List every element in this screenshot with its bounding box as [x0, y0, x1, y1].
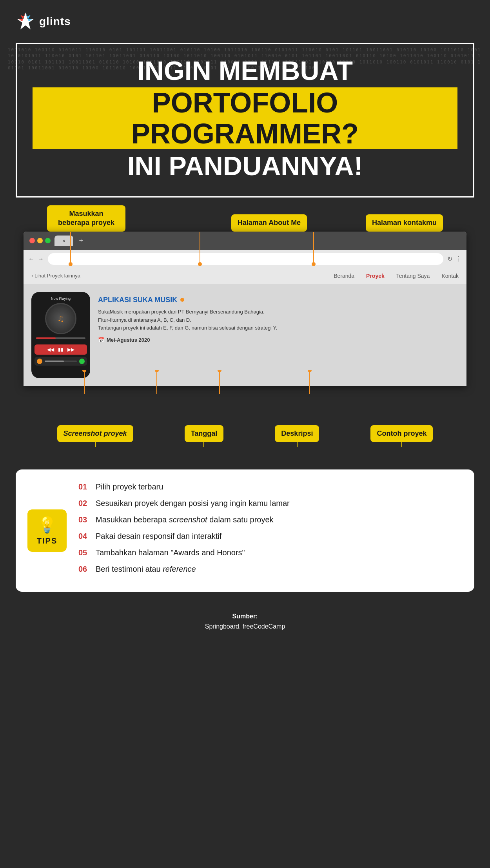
phone-dot-orange — [37, 359, 42, 364]
tips-section: 💡 TIPS 01 Pilih proyek terbaru 02 Sesuai… — [16, 469, 474, 592]
tips-text-5: Tambahkan halaman "Awards and Honors" — [96, 547, 245, 558]
logo-text: glints — [39, 15, 71, 28]
tips-num-5: 05 — [78, 547, 90, 558]
tab-close-icon[interactable]: × — [62, 238, 65, 244]
nav-beranda[interactable]: Beranda — [334, 273, 354, 279]
site-nav: ‹ Lihat Proyek lainnya Beranda Proyek Te… — [24, 268, 466, 284]
tips-num-4: 04 — [78, 531, 90, 542]
nav-kontak[interactable]: Kontak — [441, 273, 459, 279]
nav-proyek[interactable]: Proyek — [366, 273, 385, 279]
site-nav-links: Beranda Proyek Tentang Saya Kontak — [334, 273, 459, 279]
browser-section: Masukkan beberapa proyek Halaman About M… — [0, 205, 490, 446]
tips-badge: 💡 TIPS — [27, 509, 67, 552]
phone-album-art: ♫ — [45, 303, 76, 334]
minimize-dot[interactable] — [37, 238, 43, 243]
prev-icon[interactable]: ◀◀ — [47, 347, 54, 352]
project-description: SukaMusik merupakan proyek dari PT Berny… — [98, 308, 459, 332]
toolbar-action-icons[interactable]: ↻ ⋮ — [447, 255, 462, 263]
tips-num-3: 03 — [78, 514, 90, 525]
phone-bottom-bar — [34, 357, 87, 366]
tips-item-5: 05 Tambahkan halaman "Awards and Honors" — [78, 547, 463, 558]
tips-text-4: Pakai desain responsif dan interaktif — [96, 531, 221, 542]
hero-title-line1: INGIN MEMBUAT — [33, 56, 457, 85]
site-nav-back[interactable]: ‹ Lihat Proyek lainnya — [31, 273, 80, 279]
browser-toolbar: ← → ↻ ⋮ — [24, 250, 466, 268]
next-icon[interactable]: ▶▶ — [67, 347, 74, 352]
calendar-icon: 📅 — [98, 337, 104, 343]
close-dot[interactable] — [29, 238, 35, 243]
maximize-dot[interactable] — [45, 238, 51, 243]
browser-window: × + ← → ↻ ⋮ ‹ Lihat Proyek lainnya — [24, 232, 466, 386]
browser-outer: × + ← → ↻ ⋮ ‹ Lihat Proyek lainnya — [16, 232, 474, 386]
tips-num-2: 02 — [78, 498, 90, 509]
tips-num-6: 06 — [78, 564, 90, 574]
label-screenshot: Screenshot proyek — [57, 425, 133, 442]
hero-box: INGIN MEMBUAT PORTOFOLIO PROGRAMMER? INI… — [16, 43, 474, 198]
tips-item-1: 01 Pilih proyek terbaru — [78, 481, 463, 492]
nav-tentang-saya[interactable]: Tentang Saya — [396, 273, 430, 279]
tips-text-6: Beri testimoni atau reference — [96, 564, 196, 574]
project-info: APLIKASI SUKA MUSIK SukaMusik merupakan … — [98, 292, 459, 378]
browser-titlebar: × + — [24, 232, 466, 250]
labels-bottom-row: Screenshot proyek Tanggal Deskripsi Cont… — [16, 417, 474, 446]
refresh-icon[interactable]: ↻ — [447, 255, 452, 263]
glints-logo-icon — [16, 12, 35, 31]
phone-now-playing-label: Now Playing — [51, 297, 71, 301]
hero-section: 1011010 100110 0101011 110010 0101 10110… — [0, 43, 490, 198]
tips-item-6: 06 Beri testimoni atau reference — [78, 564, 463, 574]
hero-title-highlight: PORTOFOLIO PROGRAMMER? — [33, 87, 457, 149]
tips-list: 01 Pilih proyek terbaru 02 Sesuaikan pro… — [78, 481, 463, 574]
tips-text-2: Sesuaikan proyek dengan posisi yang ingi… — [96, 498, 290, 509]
menu-icon[interactable]: ⋮ — [456, 255, 462, 263]
tips-item-2: 02 Sesuaikan proyek dengan posisi yang i… — [78, 498, 463, 509]
phone-playback-controls[interactable]: ◀◀ ▮▮ ▶▶ — [34, 344, 87, 355]
tips-text-1: Pilih proyek terbaru — [96, 481, 163, 492]
label-tanggal: Tanggal — [185, 425, 224, 442]
lightbulb-icon: 💡 — [37, 516, 57, 534]
music-note-icon: ♫ — [57, 313, 64, 324]
tips-text-3: Masukkan beberapa screenshot dalam satu … — [96, 514, 274, 525]
back-icon[interactable]: ← — [28, 256, 34, 263]
project-title: APLIKASI SUKA MUSIK — [98, 296, 459, 304]
label-about-me: Halaman About Me — [231, 214, 307, 231]
tips-num-1: 01 — [78, 481, 90, 492]
play-pause-icon[interactable]: ▮▮ — [58, 347, 64, 352]
footer-sumber-label: Sumber: — [16, 611, 474, 622]
url-bar[interactable] — [48, 253, 443, 265]
forward-icon[interactable]: → — [38, 256, 44, 263]
label-masukkan-proyek: Masukkan beberapa proyek — [47, 205, 125, 232]
project-date: 📅 Mei-Agustus 2020 — [98, 337, 459, 343]
browser-tab[interactable]: × — [54, 236, 73, 246]
label-deskripsi: Deskripsi — [275, 425, 319, 442]
tips-item-4: 04 Pakai desain responsif dan interaktif — [78, 531, 463, 542]
label-contoh-proyek: Contoh proyek — [370, 425, 433, 442]
footer: Sumber: Springboard, freeCodeCamp — [0, 603, 490, 643]
project-title-dot — [180, 298, 184, 302]
logo: glints — [16, 12, 71, 31]
label-kontak: Halaman kontakmu — [366, 214, 443, 231]
new-tab-icon[interactable]: + — [79, 237, 83, 245]
hero-title-line3: INI PANDUANNYA! — [33, 151, 457, 181]
phone-mockup: Now Playing ♫ ◀◀ ▮▮ ▶▶ — [31, 292, 90, 378]
site-main-content: Now Playing ♫ ◀◀ ▮▮ ▶▶ — [24, 284, 466, 386]
browser-nav-buttons[interactable]: ← → — [28, 256, 44, 263]
tips-item-3: 03 Masukkan beberapa screenshot dalam sa… — [78, 514, 463, 525]
tips-label: TIPS — [37, 536, 57, 545]
svg-marker-0 — [17, 13, 34, 29]
browser-window-controls — [29, 238, 51, 243]
phone-dot-green — [79, 359, 85, 364]
footer-sumber-text: Springboard, freeCodeCamp — [16, 622, 474, 632]
website-content: ‹ Lihat Proyek lainnya Beranda Proyek Te… — [24, 268, 466, 386]
header: glints — [0, 0, 490, 39]
